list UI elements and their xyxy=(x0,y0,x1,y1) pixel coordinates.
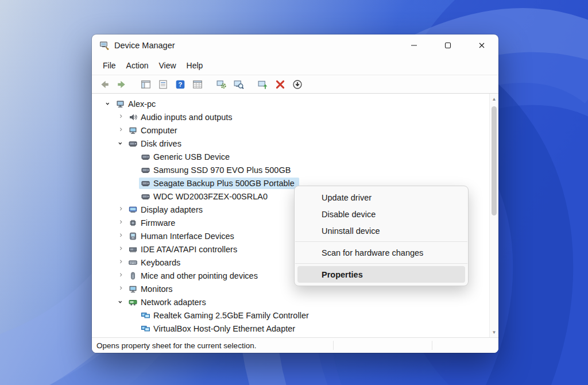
update-driver-button[interactable] xyxy=(255,77,270,91)
tree-item[interactable]: Computer xyxy=(126,125,182,136)
statusbar-divider xyxy=(333,341,334,350)
toolbar: ? xyxy=(92,75,498,94)
disk-icon xyxy=(141,179,150,188)
chevron-right-icon[interactable] xyxy=(115,125,126,136)
tree-row[interactable]: VirtualBox Host-Only Ethernet Adapter xyxy=(92,322,490,335)
menu-bar: FileActionViewHelp xyxy=(92,56,498,75)
console-tree-icon xyxy=(141,79,151,90)
chevron-right-icon[interactable] xyxy=(115,217,126,229)
chevron-right-icon[interactable] xyxy=(115,244,126,255)
tree-item[interactable]: Seagate Backup Plus 500GB Portable xyxy=(139,178,299,189)
maximize-button[interactable] xyxy=(431,34,465,56)
tree-row[interactable]: Generic USB Device xyxy=(92,150,490,163)
window-controls xyxy=(397,34,498,56)
properties-button[interactable] xyxy=(155,77,171,91)
menu-help[interactable]: Help xyxy=(181,59,208,72)
monitor-icon xyxy=(128,126,138,135)
chevron-right-icon[interactable] xyxy=(115,204,126,215)
display-icon xyxy=(128,205,138,214)
tree-item[interactable]: VirtualBox Host-Only Ethernet Adapter xyxy=(139,323,300,334)
tree-item-label: Network adapters xyxy=(141,298,206,307)
chevron-down-icon[interactable] xyxy=(115,297,126,308)
device-manager-icon xyxy=(99,41,109,51)
uninstall-button[interactable] xyxy=(272,77,288,91)
netdevice-icon xyxy=(141,324,150,333)
tree-item-label: Mice and other pointing devices xyxy=(141,271,258,280)
chevron-down-icon[interactable] xyxy=(102,98,114,110)
settings-button[interactable] xyxy=(214,77,229,91)
hid-icon xyxy=(128,232,138,241)
scan-hardware-button[interactable] xyxy=(231,77,246,91)
statusbar-divider xyxy=(432,341,432,350)
scroll-up-icon[interactable]: ▲ xyxy=(490,95,498,103)
scrollbar-thumb[interactable] xyxy=(492,106,497,215)
tree-item-label: Realtek Gaming 2.5GbE Family Controller xyxy=(153,311,309,320)
context-menu-item-update-driver[interactable]: Update driver xyxy=(297,189,465,206)
tree-row[interactable]: Alex-pc xyxy=(92,97,490,110)
context-menu-item-scan-for-hardware-changes[interactable]: Scan for hardware changes xyxy=(297,244,465,261)
tree-item-label: Display adapters xyxy=(141,205,203,214)
minimize-button[interactable] xyxy=(397,34,431,56)
title-bar: Device Manager xyxy=(92,34,498,56)
tree-item[interactable]: Realtek Gaming 2.5GbE Family Controller xyxy=(139,310,314,321)
tree-item-label: VirtualBox Host-Only Ethernet Adapter xyxy=(153,324,295,333)
tree-item-label: WDC WD2003FZEX-00SRLA0 xyxy=(153,192,268,201)
help-icon: ? xyxy=(175,79,185,90)
chevron-placeholder xyxy=(127,164,139,176)
chevron-right-icon[interactable] xyxy=(115,111,126,123)
menu-view[interactable]: View xyxy=(153,59,181,72)
disable-button[interactable] xyxy=(289,77,305,91)
maximize-icon xyxy=(443,41,452,50)
update-driver-icon xyxy=(258,79,268,90)
chevron-down-icon[interactable] xyxy=(115,138,126,149)
tree-item[interactable]: Monitors xyxy=(126,283,177,295)
chevron-right-icon[interactable] xyxy=(115,257,126,268)
chevron-right-icon[interactable] xyxy=(115,230,126,242)
uninstall-icon xyxy=(275,79,285,90)
tree-item[interactable]: Samsung SSD 970 EVO Plus 500GB xyxy=(139,164,295,176)
menu-file[interactable]: File xyxy=(98,59,121,72)
monitor-icon xyxy=(128,284,138,294)
back-button[interactable] xyxy=(96,77,112,91)
tree-item[interactable]: Human Interface Devices xyxy=(126,230,239,242)
context-menu-item-uninstall-device[interactable]: Uninstall device xyxy=(297,222,465,239)
tree-row[interactable]: Disk drives xyxy=(92,137,490,150)
console-tree-button[interactable] xyxy=(138,77,153,91)
tree-item-label: Alex-pc xyxy=(128,99,156,109)
forward-button[interactable] xyxy=(114,77,129,91)
help-button[interactable]: ? xyxy=(172,77,188,91)
tree-scrollbar[interactable]: ▲ ▼ xyxy=(489,94,498,337)
tree-item-label: Keyboards xyxy=(141,258,180,267)
tree-row[interactable]: Realtek Gaming 2.5GbE Family Controller xyxy=(92,309,490,322)
tree-row[interactable]: Computer xyxy=(92,124,490,137)
tree-item[interactable]: Firmware xyxy=(126,217,180,229)
tree-row[interactable]: Network adapters xyxy=(92,295,490,309)
tree-item-label: Generic USB Device xyxy=(153,152,230,161)
tree-row[interactable]: Audio inputs and outputs xyxy=(92,110,490,124)
tree-item[interactable]: Alex-pc xyxy=(114,98,160,110)
disable-icon xyxy=(292,79,303,90)
tree-item[interactable]: Display adapters xyxy=(126,204,207,215)
close-button[interactable] xyxy=(465,34,498,56)
export-list-button[interactable] xyxy=(189,77,205,91)
tree-item[interactable]: WDC WD2003FZEX-00SRLA0 xyxy=(139,191,272,202)
context-menu-item-properties[interactable]: Properties xyxy=(297,266,465,283)
tree-item[interactable]: Generic USB Device xyxy=(139,151,234,163)
chevron-right-icon[interactable] xyxy=(115,270,126,282)
tree-item[interactable]: IDE ATA/ATAPI controllers xyxy=(126,244,242,255)
tree-item[interactable]: Keyboards xyxy=(126,257,185,268)
tree-item[interactable]: Mice and other pointing devices xyxy=(126,270,262,282)
menu-action[interactable]: Action xyxy=(121,59,154,72)
tree-item[interactable]: Disk drives xyxy=(126,138,186,149)
svg-text:?: ? xyxy=(178,81,182,88)
chevron-right-icon[interactable] xyxy=(115,283,126,295)
tree-row[interactable]: Samsung SSD 970 EVO Plus 500GB xyxy=(92,163,490,176)
chevron-placeholder xyxy=(127,151,139,163)
tree-item[interactable]: Audio inputs and outputs xyxy=(126,111,237,123)
back-icon xyxy=(99,79,110,90)
scroll-down-icon[interactable]: ▼ xyxy=(490,328,498,336)
disk-icon xyxy=(141,165,150,175)
tree-item[interactable]: Network adapters xyxy=(126,297,211,308)
context-menu-item-disable-device[interactable]: Disable device xyxy=(297,206,465,222)
close-icon xyxy=(477,41,486,50)
